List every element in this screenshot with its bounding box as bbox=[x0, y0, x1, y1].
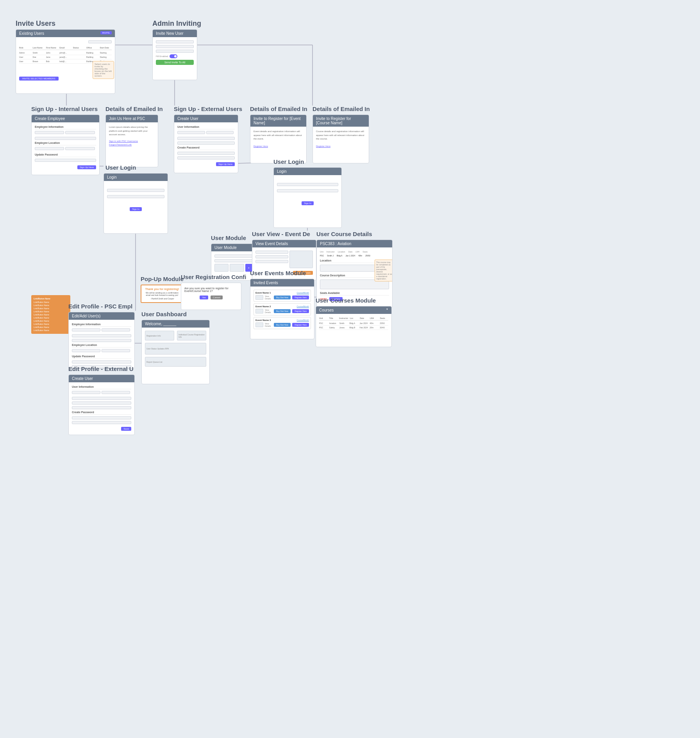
ext-edit-confirm-pwd[interactable] bbox=[72, 421, 131, 424]
buy-slot-btn-1[interactable]: Buy Slot Here bbox=[274, 296, 291, 299]
login-email[interactable] bbox=[107, 189, 164, 192]
event-item-3: Event Name 3 Course/Month View Details B… bbox=[254, 317, 311, 329]
user-course-details-header: PSC383 : Aviation bbox=[317, 240, 392, 247]
register-event-link[interactable]: Register Here bbox=[254, 145, 303, 147]
search-input[interactable] bbox=[88, 40, 112, 43]
sidebar-item-5[interactable]: Link/Button Name bbox=[34, 313, 68, 316]
forgot-password-link[interactable]: Forgot Password Link bbox=[109, 143, 155, 146]
user-login-1-body: Sign In bbox=[104, 181, 168, 214]
first-name-input[interactable] bbox=[35, 131, 64, 134]
buy-slot-btn-2[interactable]: Buy Slot Here bbox=[274, 309, 291, 313]
ext-edit-pwd[interactable] bbox=[72, 416, 131, 419]
ext-edit-company[interactable] bbox=[72, 401, 131, 405]
register-course-link[interactable]: Register Here bbox=[316, 145, 366, 147]
psc-first-name[interactable] bbox=[72, 328, 100, 331]
ext-company[interactable] bbox=[177, 142, 235, 145]
login2-email[interactable] bbox=[277, 183, 338, 186]
send-invite-btn[interactable]: Send Invite To All bbox=[156, 60, 194, 65]
event-detail-3 bbox=[255, 260, 288, 263]
sign-in-btn[interactable]: Sign In bbox=[130, 207, 142, 211]
ext-email[interactable] bbox=[177, 137, 235, 140]
main-canvas: Invite Users Existing Users INVITE Role … bbox=[0, 0, 700, 738]
psc-state[interactable] bbox=[72, 349, 100, 352]
register-btn-3[interactable]: Register Here bbox=[292, 323, 309, 327]
ext-sign-up-btn[interactable]: Sign Up Here bbox=[216, 162, 235, 166]
details-emailed-3-body: Course details and registration informat… bbox=[313, 127, 369, 150]
password-input[interactable] bbox=[35, 159, 96, 162]
individual-course-label: Individual Course Registration Info bbox=[179, 333, 205, 338]
courses-dropdown[interactable]: ▼ bbox=[386, 308, 388, 310]
cancel-btn[interactable]: Cancel bbox=[211, 296, 223, 299]
user-login-2-body: Sign In bbox=[274, 175, 341, 208]
course-month-1: Course/Month bbox=[297, 292, 309, 294]
buy-slot-btn-3[interactable]: Buy Slot Here bbox=[274, 323, 291, 327]
ext-edit-first-name[interactable] bbox=[72, 391, 100, 394]
ext-confirm-password[interactable] bbox=[177, 156, 235, 159]
popup-module-container: Thank you for registering! We will be se… bbox=[141, 285, 184, 303]
user-view-event-title: User View - Event De bbox=[252, 231, 310, 237]
event-image bbox=[289, 251, 313, 268]
ext-edit-email[interactable] bbox=[72, 397, 131, 400]
last-name-input[interactable] bbox=[65, 131, 95, 134]
event-name-2: Event Name 2 bbox=[255, 305, 271, 308]
field-3[interactable] bbox=[156, 50, 194, 53]
module-box-1 bbox=[214, 264, 229, 272]
psc-email[interactable] bbox=[72, 334, 131, 337]
edit-profile-psc-card: Edit/Add User(s) Employee Information Em… bbox=[68, 312, 135, 369]
sidebar-item-4[interactable]: Link/Button Name bbox=[34, 310, 68, 313]
ext-password[interactable] bbox=[177, 152, 235, 155]
psc-current-pwd[interactable] bbox=[72, 360, 131, 364]
sidebar-item-1[interactable]: Link/Button Name bbox=[34, 301, 68, 303]
title-input[interactable] bbox=[65, 147, 95, 150]
field-1[interactable] bbox=[156, 40, 194, 43]
ext-last-name[interactable] bbox=[206, 131, 234, 134]
event-thumb-2 bbox=[255, 309, 263, 313]
edit-profile-external-card: Create User User Information Create Pass… bbox=[68, 374, 135, 435]
psc-last-name[interactable] bbox=[102, 328, 130, 331]
login-password[interactable] bbox=[107, 195, 164, 198]
sidebar-item-6[interactable]: Link/Button Name bbox=[34, 317, 68, 319]
ext-edit-last-name[interactable] bbox=[102, 391, 130, 394]
left-sidebar: Link/Button Name Link/Button Name Link/B… bbox=[31, 295, 70, 334]
toggle-switch[interactable] bbox=[170, 54, 177, 58]
module-field-2 bbox=[214, 259, 252, 262]
event-item-1: Event Name 1 Course/Month View Details B… bbox=[254, 290, 311, 302]
event-info-1: View Details bbox=[265, 295, 272, 300]
yes-btn[interactable]: Yes bbox=[200, 296, 208, 299]
invite-users-body: Role Last Name First Name Email Status O… bbox=[16, 37, 115, 83]
state-input[interactable] bbox=[35, 147, 64, 150]
sidebar-item-10[interactable]: Link/Button Name bbox=[34, 329, 68, 331]
edit-profile-external-header: Create User bbox=[69, 375, 134, 382]
user-login-1-header: Login bbox=[104, 174, 168, 181]
user-dashboard-card: Welcome, ______ Registration Info Indivi… bbox=[141, 320, 210, 384]
ext-first-name[interactable] bbox=[177, 131, 205, 134]
psc-title[interactable] bbox=[102, 349, 130, 352]
register-btn-1[interactable]: Register Here bbox=[292, 296, 309, 299]
sign-in-psc-link[interactable]: Sign in with PSC Username bbox=[109, 140, 155, 142]
register-btn-2[interactable]: Register Here bbox=[292, 309, 309, 313]
event-thumb-1 bbox=[255, 295, 263, 300]
invite-btn[interactable]: INVITE bbox=[100, 31, 112, 34]
sidebar-item-2[interactable]: Link/Button Name bbox=[34, 304, 68, 306]
user-module-header: User Module bbox=[211, 244, 255, 251]
ext-save-btn[interactable]: Save bbox=[121, 427, 131, 431]
sidebar-item-3[interactable]: Link/Button Name bbox=[34, 307, 68, 310]
sign-in-2-btn[interactable]: Sign In bbox=[302, 201, 314, 205]
user-events-module-header: Invited Events bbox=[250, 279, 314, 287]
note-box: This course may be completed as part of … bbox=[375, 260, 393, 281]
sidebar-item-7[interactable]: Link/Button Name bbox=[34, 320, 68, 322]
sidebar-item-8[interactable]: Link/Button Name bbox=[34, 323, 68, 325]
ext-edit-user-id[interactable] bbox=[72, 406, 131, 409]
invite-users-title: Invite Users bbox=[16, 20, 55, 28]
login2-password[interactable] bbox=[277, 189, 338, 192]
user-login-2-card: Login Sign In bbox=[273, 167, 342, 228]
psc-user-id[interactable] bbox=[72, 339, 131, 342]
invite-users-card: Existing Users INVITE Role Last Name Fir… bbox=[16, 29, 115, 94]
sign-up-btn[interactable]: Sign Up Here bbox=[77, 165, 96, 169]
field-2[interactable] bbox=[156, 45, 194, 48]
invite-selected-button[interactable]: INVITE SELECTED MEMBERS bbox=[19, 77, 59, 81]
details-emailed-3-title: Details of Emailed In bbox=[312, 106, 370, 112]
sidebar-item-9[interactable]: Link/Button Name bbox=[34, 326, 68, 328]
email-input[interactable] bbox=[35, 137, 96, 140]
details-emailed-2-body: Event details and registration informati… bbox=[250, 127, 306, 150]
